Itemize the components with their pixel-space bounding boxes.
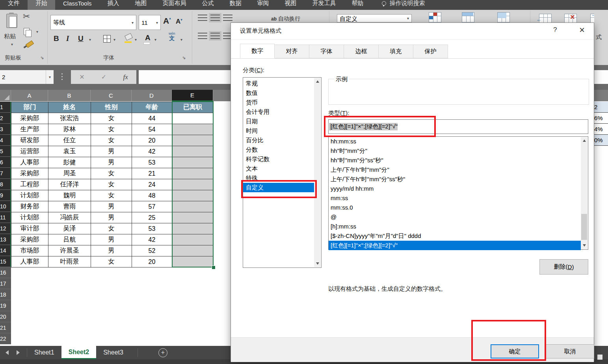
header-cell[interactable]: 已离职 [172, 102, 214, 113]
header-cell[interactable]: 部门 [11, 102, 48, 113]
dialog-tab-protection[interactable]: 保护 [413, 45, 448, 58]
scroll-down-icon[interactable] [316, 262, 319, 265]
category-option[interactable]: 数值 [243, 88, 314, 98]
ribbon-tab-review[interactable]: 审阅 [249, 0, 277, 10]
align-left-icon[interactable] [198, 33, 207, 39]
select-all-corner[interactable] [0, 90, 11, 101]
cell[interactable]: 采购部 [11, 168, 48, 179]
dialog-tab-fill[interactable]: 填充 [379, 45, 413, 58]
column-header-b[interactable]: B [48, 90, 91, 101]
cell[interactable]: 54 [132, 124, 172, 135]
cell[interactable]: 25 [132, 212, 172, 223]
cell[interactable] [172, 201, 214, 212]
category-option[interactable]: 特殊 [243, 173, 314, 183]
row-header[interactable]: 4 [0, 135, 11, 146]
ribbon-tab-view[interactable]: 视图 [277, 0, 305, 10]
category-option[interactable]: 常规 [243, 79, 314, 88]
ok-button[interactable]: 确定 [491, 344, 539, 358]
cell[interactable]: 吕航 [48, 234, 91, 245]
cell[interactable]: 市场部 [11, 245, 48, 256]
dialog-tab-border[interactable]: 边框 [344, 45, 379, 58]
phonetic-dropdown-arrow[interactable]: ▾ [180, 37, 182, 42]
cell[interactable]: 53 [132, 223, 172, 234]
formula-bar-grip[interactable] [61, 73, 63, 74]
cell[interactable]: 审计部 [11, 223, 48, 234]
dialog-tab-font[interactable]: 字体 [309, 45, 344, 58]
ribbon-tab-page-layout[interactable]: 页面布局 [155, 0, 194, 10]
cell[interactable]: 21 [132, 168, 172, 179]
cell[interactable]: 53 [132, 157, 172, 168]
font-size-combo[interactable]: 11 ▾ [139, 15, 161, 30]
cell[interactable]: 男 [91, 146, 132, 157]
cell[interactable]: 女 [91, 113, 132, 124]
top-align-icon[interactable] [198, 15, 207, 21]
cell[interactable]: 采购部 [11, 234, 48, 245]
category-option[interactable]: 百分比 [243, 136, 314, 145]
cell[interactable]: 工程部 [11, 179, 48, 190]
cell[interactable]: 女 [91, 124, 132, 135]
name-box-dropdown-arrow[interactable]: ▾ [46, 70, 54, 84]
cell[interactable]: 人事部 [11, 157, 48, 168]
cell[interactable] [172, 179, 214, 190]
row-header[interactable]: 17 [0, 278, 11, 289]
format-option[interactable]: hh"时"mm"分" [329, 146, 581, 156]
format-option-selected[interactable]: [红色][=1]"×";[绿色][=2]"√" [329, 241, 581, 250]
format-option[interactable]: mm:ss.0 [329, 203, 581, 212]
fill-color-icon[interactable] [125, 33, 133, 41]
row-header[interactable]: 10 [0, 201, 11, 212]
cell[interactable]: 女 [91, 190, 132, 201]
header-cell[interactable]: 性别 [91, 102, 132, 113]
copy-dropdown-arrow[interactable]: ▾ [36, 30, 38, 34]
increase-font-size-button[interactable]: A▴ [163, 16, 171, 26]
cell[interactable]: 苏林 [48, 124, 91, 135]
bottom-align-icon[interactable] [223, 15, 232, 21]
sheet-tab-sheet2[interactable]: Sheet2 [61, 346, 96, 359]
cell[interactable]: 冯皓辰 [48, 212, 91, 223]
scroll-up-icon[interactable] [316, 80, 319, 83]
row-header[interactable]: 14 [0, 245, 11, 256]
cell-partial[interactable]: 0% [594, 135, 608, 146]
cell[interactable]: 男 [91, 212, 132, 223]
decrease-font-size-button[interactable]: A▾ [176, 18, 182, 26]
column-header-e[interactable]: E [172, 90, 213, 101]
category-option[interactable]: 货币 [243, 98, 314, 107]
cell[interactable]: 袁玉 [48, 146, 91, 157]
cell[interactable]: 男 [91, 245, 132, 256]
clipboard-dialog-launcher-icon[interactable]: ⇘ [40, 55, 44, 60]
category-option[interactable]: 日期 [243, 117, 314, 126]
copy-icon[interactable] [24, 28, 30, 35]
borders-dropdown-arrow[interactable]: ▾ [113, 37, 115, 42]
category-scrollbar[interactable] [314, 78, 321, 267]
cut-icon[interactable]: ✂ [23, 11, 30, 22]
cell[interactable] [172, 135, 214, 146]
cell[interactable]: 女 [91, 135, 132, 146]
cancel-entry-icon[interactable]: ✕ [79, 73, 84, 81]
row-header[interactable]: 13 [0, 234, 11, 245]
format-option[interactable]: hh:mm:ss [329, 137, 581, 146]
format-as-table-icon[interactable] [462, 12, 474, 22]
cell[interactable]: 研发部 [11, 135, 48, 146]
ribbon-tab-data[interactable]: 数据 [222, 0, 249, 10]
tell-me-search[interactable]: 操作说明搜索 [382, 0, 425, 10]
cell[interactable] [172, 190, 214, 201]
cell[interactable] [172, 234, 214, 245]
active-cell-e2[interactable] [172, 113, 214, 124]
cell[interactable]: 男 [91, 201, 132, 212]
middle-align-icon[interactable] [210, 15, 220, 21]
cell[interactable] [172, 124, 214, 135]
row-header[interactable]: 12 [0, 223, 11, 234]
cell[interactable] [172, 256, 214, 267]
row-header[interactable]: 2 [0, 113, 11, 124]
cell[interactable]: 张宏浩 [48, 113, 91, 124]
category-option[interactable]: 分数 [243, 145, 314, 154]
fill-color-dropdown-arrow[interactable]: ▾ [135, 37, 137, 42]
format-option[interactable]: yyyy/m/d hh:mm [329, 184, 581, 193]
ribbon-tab-formulas[interactable]: 公式 [194, 0, 222, 10]
category-option[interactable]: 文本 [243, 164, 314, 173]
format-scrollbar[interactable] [581, 137, 588, 249]
cell[interactable]: 任立 [48, 135, 91, 146]
row-header[interactable]: 6 [0, 157, 11, 168]
format-painter-icon[interactable] [26, 40, 34, 48]
underline-button[interactable]: U [78, 34, 84, 43]
cell[interactable] [172, 168, 214, 179]
